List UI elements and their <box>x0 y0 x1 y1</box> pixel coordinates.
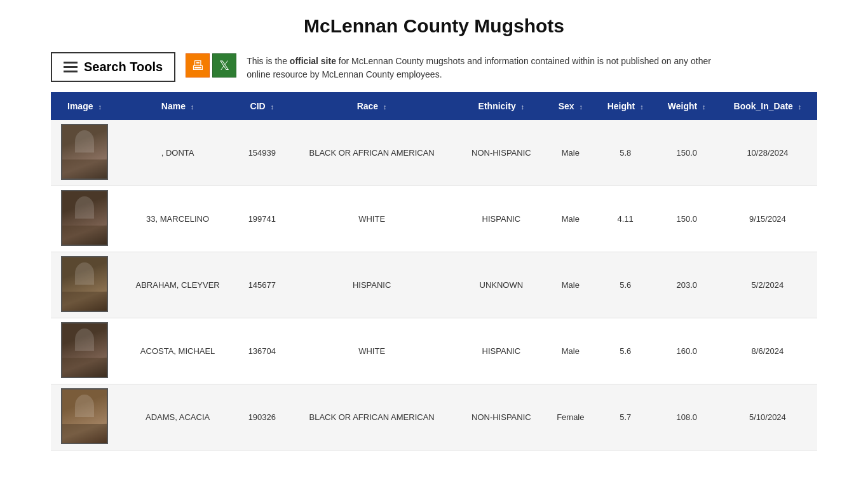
table-row[interactable]: ADAMS, ACACIA190326BLACK OR AFRICAN AMER… <box>51 384 817 451</box>
excel-export-button[interactable]: 𝕏 <box>212 53 236 78</box>
col-name[interactable]: Name ↕ <box>118 92 237 120</box>
cell-sex: Male <box>546 318 595 384</box>
col-ethnicity[interactable]: Ethnicity ↕ <box>457 92 546 120</box>
cell-race: WHITE <box>287 186 456 252</box>
cell-name: ABRAHAM, CLEYVER <box>118 252 237 318</box>
cell-book_in_date: 9/15/2024 <box>718 186 817 252</box>
table-body: , DONTA154939BLACK OR AFRICAN AMERICANNO… <box>51 120 817 451</box>
cell-weight: 160.0 <box>656 318 718 384</box>
toolbar-icons: 🖶 𝕏 <box>186 52 236 78</box>
mugshot-cell <box>51 252 118 318</box>
col-image[interactable]: Image ↕ <box>51 92 118 120</box>
sort-icon-image: ↕ <box>98 103 102 111</box>
search-tools-button[interactable]: Search Tools <box>51 52 175 82</box>
table-container: Image ↕ Name ↕ CID ↕ Race ↕ Ethnicity ↕ … <box>0 92 868 451</box>
cell-height: 4.11 <box>595 186 656 252</box>
toolbar: Search Tools 🖶 𝕏 This is the official si… <box>0 47 868 92</box>
cell-sex: Male <box>546 186 595 252</box>
mugshot-cell <box>51 384 118 451</box>
cell-weight: 203.0 <box>656 252 718 318</box>
search-tools-label: Search Tools <box>84 60 163 74</box>
cell-book_in_date: 5/10/2024 <box>718 384 817 451</box>
cell-height: 5.6 <box>595 318 656 384</box>
sort-icon-race: ↕ <box>383 103 387 111</box>
cell-name: 33, MARCELINO <box>118 186 237 252</box>
page-title: McLennan County Mugshots <box>0 0 868 47</box>
cell-ethnicity: UNKNOWN <box>457 252 546 318</box>
table-row[interactable]: ABRAHAM, CLEYVER145677HISPANICUNKNOWNMal… <box>51 252 817 318</box>
cell-race: BLACK OR AFRICAN AMERICAN <box>287 384 456 451</box>
cell-cid: 199741 <box>237 186 287 252</box>
cell-sex: Male <box>546 252 595 318</box>
disclaimer-text: This is the official site for McLennan C… <box>247 52 729 81</box>
sort-icon-ethnicity: ↕ <box>521 103 525 111</box>
col-weight[interactable]: Weight ↕ <box>656 92 718 120</box>
cell-book_in_date: 8/6/2024 <box>718 318 817 384</box>
cell-cid: 154939 <box>237 120 287 186</box>
cell-race: HISPANIC <box>287 252 456 318</box>
sort-icon-weight: ↕ <box>702 103 706 111</box>
sort-icon-cid: ↕ <box>271 103 275 111</box>
mugshot-image[interactable] <box>61 124 108 180</box>
mugshot-image[interactable] <box>61 388 108 444</box>
cell-ethnicity: HISPANIC <box>457 186 546 252</box>
table-row[interactable]: ACOSTA, MICHAEL136704WHITEHISPANICMale5.… <box>51 318 817 384</box>
col-height[interactable]: Height ↕ <box>595 92 656 120</box>
cell-name: , DONTA <box>118 120 237 186</box>
cell-height: 5.7 <box>595 384 656 451</box>
mugshot-cell <box>51 186 118 252</box>
cell-ethnicity: NON-HISPANIC <box>457 120 546 186</box>
cell-ethnicity: HISPANIC <box>457 318 546 384</box>
table-row[interactable]: , DONTA154939BLACK OR AFRICAN AMERICANNO… <box>51 120 817 186</box>
sort-icon-sex: ↕ <box>579 103 583 111</box>
cell-race: BLACK OR AFRICAN AMERICAN <box>287 120 456 186</box>
col-race[interactable]: Race ↕ <box>287 92 456 120</box>
mugshots-table: Image ↕ Name ↕ CID ↕ Race ↕ Ethnicity ↕ … <box>51 92 817 451</box>
cell-race: WHITE <box>287 318 456 384</box>
cell-weight: 108.0 <box>656 384 718 451</box>
mugshot-cell <box>51 318 118 384</box>
col-cid[interactable]: CID ↕ <box>237 92 287 120</box>
cell-book_in_date: 5/2/2024 <box>718 252 817 318</box>
cell-weight: 150.0 <box>656 186 718 252</box>
cell-height: 5.6 <box>595 252 656 318</box>
col-sex[interactable]: Sex ↕ <box>546 92 595 120</box>
pdf-export-button[interactable]: 🖶 <box>186 53 210 78</box>
cell-sex: Female <box>546 384 595 451</box>
mugshot-image[interactable] <box>61 190 108 246</box>
cell-ethnicity: NON-HISPANIC <box>457 384 546 451</box>
table-row[interactable]: 33, MARCELINO199741WHITEHISPANICMale4.11… <box>51 186 817 252</box>
mugshot-image[interactable] <box>61 256 108 312</box>
table-header: Image ↕ Name ↕ CID ↕ Race ↕ Ethnicity ↕ … <box>51 92 817 120</box>
cell-sex: Male <box>546 120 595 186</box>
sort-icon-height: ↕ <box>640 103 644 111</box>
cell-cid: 145677 <box>237 252 287 318</box>
sort-icon-book-in-date: ↕ <box>798 103 802 111</box>
col-book-in-date[interactable]: Book_In_Date ↕ <box>718 92 817 120</box>
sort-icon-name: ↕ <box>191 103 194 111</box>
cell-cid: 136704 <box>237 318 287 384</box>
mugshot-image[interactable] <box>61 322 108 378</box>
cell-name: ADAMS, ACACIA <box>118 384 237 451</box>
cell-height: 5.8 <box>595 120 656 186</box>
cell-name: ACOSTA, MICHAEL <box>118 318 237 384</box>
cell-cid: 190326 <box>237 384 287 451</box>
cell-book_in_date: 10/28/2024 <box>718 120 817 186</box>
cell-weight: 150.0 <box>656 120 718 186</box>
hamburger-icon <box>64 62 78 72</box>
mugshot-cell <box>51 120 118 186</box>
